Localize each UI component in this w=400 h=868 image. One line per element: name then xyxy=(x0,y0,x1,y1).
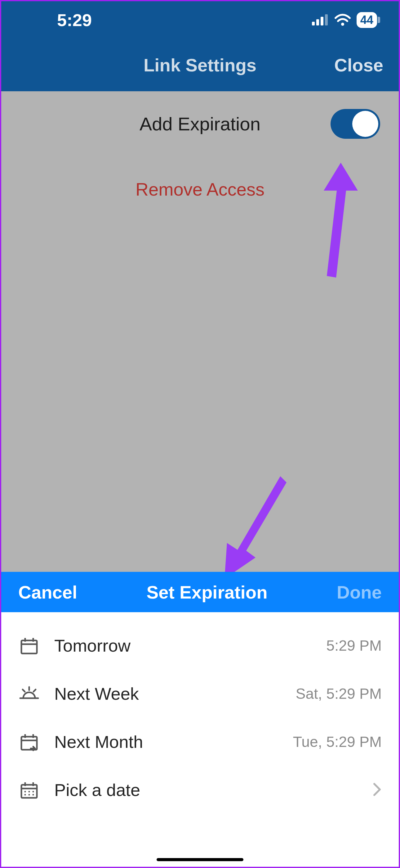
calendar-forward-icon xyxy=(18,732,40,752)
svg-point-22 xyxy=(29,791,30,792)
status-bar: 5:29 44 xyxy=(1,1,399,38)
option-next-month[interactable]: Next Month Tue, 5:29 PM xyxy=(18,718,382,766)
svg-rect-2 xyxy=(321,17,324,26)
remove-access-label: Remove Access xyxy=(135,179,265,199)
sheet-header: Cancel Set Expiration Done xyxy=(1,572,399,612)
close-button[interactable]: Close xyxy=(334,55,383,75)
add-expiration-label: Add Expiration xyxy=(139,113,261,135)
toggle-knob xyxy=(352,111,378,137)
option-pick-date[interactable]: Pick a date xyxy=(18,766,382,814)
sheet-title: Set Expiration xyxy=(147,582,268,602)
cellular-signal-icon xyxy=(312,14,329,26)
header-area: 5:29 44 Link Settings Close xyxy=(1,1,399,91)
calendar-icon xyxy=(18,636,40,655)
cancel-button[interactable]: Cancel xyxy=(18,582,77,602)
set-expiration-sheet: Cancel Set Expiration Done Tomorrow 5:29… xyxy=(1,572,399,867)
calendar-grid-icon xyxy=(18,780,40,800)
option-label: Pick a date xyxy=(54,780,358,800)
chevron-right-icon xyxy=(372,782,382,798)
wifi-icon xyxy=(334,14,351,26)
option-tomorrow[interactable]: Tomorrow 5:29 PM xyxy=(18,621,382,670)
annotation-arrow-icon xyxy=(222,476,290,579)
battery-icon: 44 xyxy=(357,12,380,28)
option-value: 5:29 PM xyxy=(326,637,382,654)
status-time: 5:29 xyxy=(57,10,92,30)
svg-point-24 xyxy=(25,794,26,795)
add-expiration-toggle[interactable] xyxy=(331,109,380,139)
option-label: Next Month xyxy=(54,732,279,752)
svg-rect-5 xyxy=(22,641,37,653)
option-label: Tomorrow xyxy=(54,636,312,656)
option-label: Next Week xyxy=(54,684,281,704)
battery-percent: 44 xyxy=(357,12,377,28)
svg-point-25 xyxy=(29,794,30,795)
option-next-week[interactable]: Next Week Sat, 5:29 PM xyxy=(18,670,382,718)
home-indicator[interactable] xyxy=(157,858,243,861)
expiration-options: Tomorrow 5:29 PM Next Week Sat, 5:29 PM … xyxy=(1,612,399,814)
status-icons: 44 xyxy=(312,12,380,28)
page-title: Link Settings xyxy=(143,55,257,75)
sunrise-icon xyxy=(18,686,40,702)
option-value: Tue, 5:29 PM xyxy=(293,733,382,750)
svg-point-4 xyxy=(341,23,344,26)
svg-point-26 xyxy=(33,794,34,795)
svg-line-11 xyxy=(23,689,25,692)
nav-bar: Link Settings Close xyxy=(1,38,399,91)
svg-rect-3 xyxy=(325,14,328,26)
add-expiration-row: Add Expiration xyxy=(1,91,399,156)
option-value: Sat, 5:29 PM xyxy=(296,685,382,702)
svg-point-23 xyxy=(33,791,34,792)
svg-line-12 xyxy=(33,689,36,692)
annotation-arrow-icon xyxy=(311,163,361,278)
svg-rect-0 xyxy=(312,22,315,26)
svg-point-21 xyxy=(25,791,26,792)
done-button[interactable]: Done xyxy=(337,582,382,602)
svg-rect-1 xyxy=(316,19,319,26)
